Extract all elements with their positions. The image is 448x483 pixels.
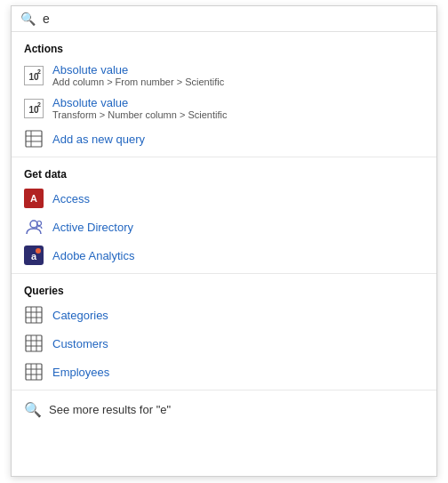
svg-rect-19 bbox=[26, 364, 42, 380]
item-title: Active Directory bbox=[52, 221, 133, 234]
item-text-block: Add as new query bbox=[52, 133, 145, 146]
see-more-results[interactable]: 🔍 See more results for "e" bbox=[12, 394, 436, 425]
item-title: Absolute value bbox=[52, 96, 227, 109]
item-title: Adobe Analytics bbox=[52, 249, 135, 262]
list-item[interactable]: a Adobe Analytics bbox=[12, 241, 436, 270]
results-list: Actions 2 10 Absolute value Add column >… bbox=[12, 32, 436, 476]
section-header-queries: Queries bbox=[12, 278, 436, 301]
item-title: Absolute value bbox=[52, 63, 224, 76]
divider bbox=[12, 157, 436, 157]
activedirectory-icon bbox=[24, 217, 44, 237]
list-item[interactable]: Add as new query bbox=[12, 125, 436, 153]
list-item[interactable]: Employees bbox=[12, 358, 436, 386]
table-icon bbox=[24, 362, 44, 382]
list-item[interactable]: 2 10 Absolute value Transform > Number c… bbox=[12, 92, 436, 125]
list-item[interactable]: Active Directory bbox=[12, 213, 436, 241]
math-icon: 2 10 bbox=[24, 99, 44, 118]
item-text-block: Adobe Analytics bbox=[52, 249, 135, 262]
list-item[interactable]: A Access bbox=[12, 184, 436, 213]
item-title: Customers bbox=[52, 337, 108, 350]
list-item[interactable]: Categories bbox=[12, 301, 436, 329]
search-icon: 🔍 bbox=[20, 12, 36, 26]
item-subtitle: Add column > From number > Scientific bbox=[52, 76, 224, 87]
section-header-getdata: Get data bbox=[12, 161, 436, 184]
item-subtitle: Transform > Number column > Scientific bbox=[52, 109, 227, 120]
item-text-block: Employees bbox=[52, 366, 109, 379]
table-icon bbox=[24, 334, 44, 353]
section-header-actions: Actions bbox=[12, 36, 436, 59]
item-text-block: Categories bbox=[52, 309, 108, 322]
see-more-text: See more results for "e" bbox=[49, 403, 171, 416]
svg-point-8 bbox=[36, 248, 41, 254]
see-more-search-icon: 🔍 bbox=[24, 401, 42, 418]
item-text-block: Absolute value Transform > Number column… bbox=[52, 96, 227, 120]
item-title: Employees bbox=[52, 366, 109, 379]
adobe-analytics-icon: a bbox=[24, 246, 44, 265]
divider bbox=[12, 390, 436, 390]
item-text-block: Active Directory bbox=[52, 221, 133, 234]
list-item[interactable]: 2 10 Absolute value Add column > From nu… bbox=[12, 59, 436, 92]
addquery-icon bbox=[24, 129, 44, 149]
item-text-block: Customers bbox=[52, 337, 108, 350]
access-icon: A bbox=[24, 189, 44, 208]
item-title: Access bbox=[52, 192, 90, 205]
list-item[interactable]: Customers bbox=[12, 329, 436, 358]
math-icon: 2 10 bbox=[24, 66, 44, 85]
svg-rect-0 bbox=[26, 131, 42, 147]
item-title: Add as new query bbox=[52, 133, 145, 146]
search-input[interactable] bbox=[43, 12, 428, 26]
item-title: Categories bbox=[52, 309, 108, 322]
item-text-block: Access bbox=[52, 192, 90, 205]
search-bar: 🔍 bbox=[12, 6, 436, 32]
svg-point-4 bbox=[30, 221, 37, 228]
svg-rect-9 bbox=[26, 307, 42, 323]
table-icon bbox=[24, 305, 44, 325]
divider bbox=[12, 273, 436, 274]
item-text-block: Absolute value Add column > From number … bbox=[52, 63, 224, 87]
svg-rect-14 bbox=[26, 335, 42, 351]
search-panel: 🔍 Actions 2 10 Absolute value Add column… bbox=[11, 5, 437, 477]
